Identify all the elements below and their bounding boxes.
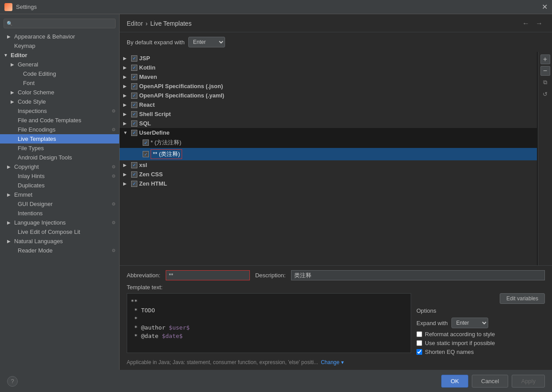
abbreviation-input[interactable] (166, 270, 250, 280)
template-group-maven[interactable]: ▶ Maven (120, 72, 537, 82)
item-checkbox[interactable] (143, 151, 149, 157)
group-checkbox-zen-css[interactable] (131, 171, 137, 178)
template-group-sql[interactable]: ▶ SQL (120, 119, 537, 128)
reset-template-button[interactable]: ↺ (540, 89, 550, 99)
group-checkbox-maven[interactable] (131, 74, 137, 80)
help-button[interactable]: ? (7, 376, 18, 387)
search-input[interactable] (15, 20, 113, 27)
group-checkbox-zen-html[interactable] (131, 181, 137, 187)
sidebar-item-inlay-hints[interactable]: Inlay Hints ⚙ (0, 171, 119, 181)
close-button[interactable]: ✕ (541, 4, 548, 10)
template-item-class-comment[interactable]: ** (类注释) (120, 148, 537, 160)
group-checkbox-shell[interactable] (131, 111, 137, 117)
side-buttons-panel: + − ⧉ ↺ (538, 52, 552, 265)
template-group-openapi-yaml[interactable]: ▶ OpenAPI Specifications (.yaml) (120, 91, 537, 100)
collapse-arrow-icon: ▶ (123, 56, 129, 61)
item-label: * (方法注释) (151, 139, 181, 147)
content-header: Editor › Live Templates ← → (120, 14, 552, 32)
nav-forward-button[interactable]: → (533, 19, 545, 28)
sidebar-item-natural-languages[interactable]: ▶ Natural Languages (0, 237, 119, 246)
template-item-method-comment[interactable]: * (方法注释) (120, 137, 537, 148)
edit-variables-button[interactable]: Edit variables (500, 293, 545, 304)
sidebar-item-intentions[interactable]: Intentions (0, 209, 119, 218)
sidebar-item-font[interactable]: Font (0, 78, 119, 88)
remove-template-button[interactable]: − (540, 66, 550, 76)
group-checkbox-openapi-json[interactable] (131, 83, 137, 89)
nav-back-button[interactable]: ← (520, 19, 532, 28)
item-checkbox[interactable] (143, 140, 149, 146)
group-checkbox-openapi-yaml[interactable] (131, 93, 137, 99)
expand-with-options-select[interactable]: Enter Tab Space (451, 318, 488, 328)
sidebar-item-duplicates[interactable]: Duplicates (0, 181, 119, 190)
badge-icon: ⚙ (112, 164, 116, 169)
expand-with-label: By default expand with (127, 39, 185, 46)
sidebar-item-code-editing[interactable]: Code Editing (0, 69, 119, 78)
sidebar-item-editor[interactable]: ▼ Editor (0, 50, 119, 60)
apply-button[interactable]: Apply (512, 375, 545, 388)
group-checkbox-kotlin[interactable] (131, 65, 137, 71)
sidebar-item-file-types[interactable]: File Types (0, 144, 119, 153)
description-input[interactable] (291, 270, 545, 280)
ok-button[interactable]: OK (441, 375, 468, 388)
sidebar-item-live-templates[interactable]: Live Templates (0, 134, 119, 144)
group-label: React (139, 101, 155, 108)
sidebar-item-file-encodings[interactable]: File Encodings ⚙ (0, 125, 119, 134)
change-arrow-icon: ▾ (341, 359, 344, 365)
group-label: OpenAPI Specifications (.yaml) (139, 92, 224, 99)
breadcrumb: Editor › Live Templates (127, 20, 191, 27)
group-checkbox-react[interactable] (131, 102, 137, 108)
sidebar-item-gui-designer[interactable]: GUI Designer ⚙ (0, 199, 119, 209)
arrow-icon: ▶ (11, 62, 16, 67)
group-label: SQL (139, 120, 151, 127)
group-checkbox-jsp[interactable] (131, 55, 137, 62)
template-group-userdefine[interactable]: ▼ UserDefine (120, 128, 537, 137)
template-group-zen-css[interactable]: ▶ Zen CSS (120, 170, 537, 179)
template-group-shell[interactable]: ▶ Shell Script (120, 109, 537, 119)
sidebar-item-label: File and Code Templates (18, 117, 82, 124)
group-label: Kotlin (139, 64, 155, 71)
copy-template-button[interactable]: ⧉ (540, 78, 550, 87)
group-label: OpenAPI Specifications (.json) (139, 83, 223, 89)
shorten-eq-checkbox[interactable] (416, 349, 422, 355)
search-box[interactable]: 🔍 (4, 19, 116, 28)
sidebar-item-live-edit-compose[interactable]: Live Edit of Compose Lit (0, 227, 119, 237)
group-label: Zen CSS (139, 171, 163, 178)
code-line-2: * TODO (131, 306, 407, 315)
sidebar-item-code-style[interactable]: ▶ Code Style (0, 97, 119, 106)
template-text-label: Template text: (127, 284, 545, 291)
template-group-zen-html[interactable]: ▶ Zen HTML (120, 179, 537, 188)
sidebar-item-android-design-tools[interactable]: Android Design Tools (0, 153, 119, 162)
sidebar-item-color-scheme[interactable]: ▶ Color Scheme (0, 88, 119, 97)
sidebar-item-inspections[interactable]: Inspections ⚙ (0, 106, 119, 116)
sidebar-item-copyright[interactable]: ▶ Copyright ⚙ (0, 162, 119, 171)
cancel-button[interactable]: Cancel (472, 375, 508, 388)
reformat-checkbox[interactable] (416, 331, 422, 337)
sidebar-item-label: Live Templates (18, 136, 56, 142)
sidebar-item-label: Natural Languages (14, 238, 63, 245)
var-user: $user$ (169, 324, 190, 331)
template-group-openapi-json[interactable]: ▶ OpenAPI Specifications (.json) (120, 82, 537, 91)
group-checkbox-xsl[interactable] (131, 162, 137, 168)
sidebar-item-emmet[interactable]: ▶ Emmet (0, 190, 119, 199)
sidebar-item-keymap[interactable]: Keymap (0, 41, 119, 50)
sidebar-item-label: General (18, 61, 38, 68)
group-checkbox-sql[interactable] (131, 120, 137, 127)
sidebar-item-reader-mode[interactable]: Reader Mode ⚙ (0, 246, 119, 255)
sidebar-item-appearance[interactable]: ▶ Appearance & Behavior (0, 32, 119, 41)
template-group-xsl[interactable]: ▶ xsl (120, 160, 537, 170)
change-label: Change (321, 359, 339, 365)
template-code-editor[interactable]: ** * TODO * * @author $user$ * @date $da… (127, 293, 411, 353)
sidebar-item-file-code-templates[interactable]: File and Code Templates (0, 116, 119, 125)
add-template-button[interactable]: + (540, 54, 550, 64)
change-link[interactable]: Change ▾ (321, 359, 343, 365)
sidebar-item-label: Inlay Hints (18, 173, 45, 179)
static-import-checkbox[interactable] (416, 340, 422, 346)
title-bar: Settings ✕ (0, 0, 552, 14)
template-group-kotlin[interactable]: ▶ Kotlin (120, 63, 537, 72)
group-checkbox-userdefine[interactable] (131, 130, 137, 136)
sidebar-item-language-injections[interactable]: ▶ Language Injections ⚙ (0, 218, 119, 227)
template-group-react[interactable]: ▶ React (120, 100, 537, 109)
expand-with-select[interactable]: Enter Tab Space (188, 37, 225, 47)
sidebar-item-general[interactable]: ▶ General (0, 60, 119, 69)
template-group-jsp[interactable]: ▶ JSP (120, 54, 537, 63)
